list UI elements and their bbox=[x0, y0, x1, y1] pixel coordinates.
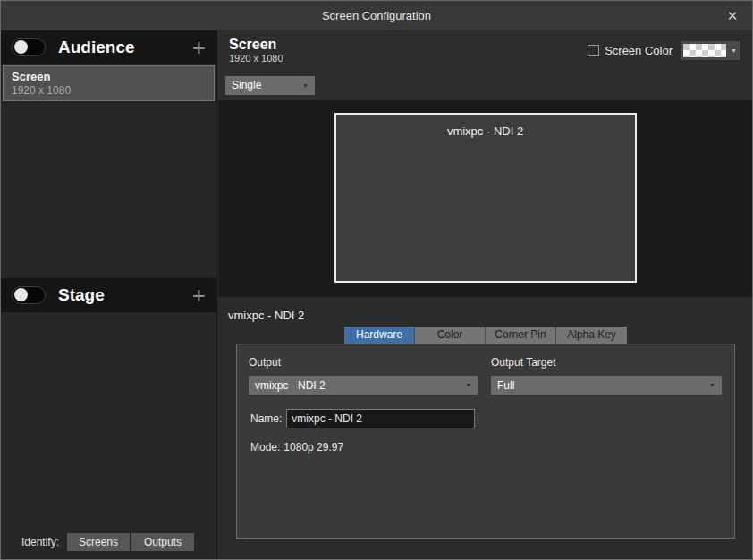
stage-toggle[interactable] bbox=[12, 286, 46, 304]
toggle-knob bbox=[14, 40, 28, 54]
identify-label: Identify: bbox=[21, 536, 59, 548]
name-input[interactable] bbox=[286, 409, 475, 428]
panel-title: vmixpc - NDI 2 bbox=[228, 309, 304, 322]
chevron-down-icon: ▼ bbox=[709, 382, 715, 388]
chevron-down-icon: ▼ bbox=[465, 382, 471, 388]
preview-area: vmixpc - NDI 2 bbox=[218, 100, 752, 297]
output-value: vmixpc - NDI 2 bbox=[255, 379, 326, 392]
output-dropdown[interactable]: vmixpc - NDI 2 ▼ bbox=[249, 376, 478, 395]
window-title: Screen Configuration bbox=[322, 9, 431, 22]
toggle-knob bbox=[14, 288, 28, 301]
screen-item-resolution: 1920 x 1080 bbox=[12, 84, 206, 97]
stage-section-header: Stage + bbox=[1, 278, 216, 312]
main-header: Screen 1920 x 1080 Screen Color ▼ bbox=[218, 30, 752, 70]
output-target-label: Output Target bbox=[491, 356, 722, 369]
identify-screens-button[interactable]: Screens bbox=[67, 533, 130, 551]
tab-alpha-key[interactable]: Alpha Key bbox=[556, 327, 627, 344]
output-label: Output bbox=[249, 356, 478, 369]
name-label: Name: bbox=[250, 412, 282, 425]
main-area: Screen 1920 x 1080 Screen Color ▼ Single… bbox=[218, 30, 752, 559]
layout-mode-dropdown[interactable]: Single ▼ bbox=[225, 76, 315, 95]
screen-preview[interactable]: vmixpc - NDI 2 bbox=[334, 113, 637, 283]
screen-header: Screen 1920 x 1080 bbox=[229, 37, 283, 64]
tab-corner-pin[interactable]: Corner Pin bbox=[486, 327, 556, 344]
mode-row: Mode:1080p 29.97 bbox=[249, 441, 478, 454]
mode-label: Mode: bbox=[250, 441, 280, 454]
layout-mode-value: Single bbox=[232, 79, 261, 91]
add-stage-screen-icon[interactable]: + bbox=[192, 286, 206, 304]
settings-tabs: Hardware Color Corner Pin Alpha Key bbox=[344, 327, 627, 344]
name-row: Name: bbox=[249, 409, 478, 428]
stage-label: Stage bbox=[58, 285, 192, 305]
output-target-dropdown[interactable]: Full ▼ bbox=[491, 376, 722, 395]
screen-color-controls: Screen Color ▼ bbox=[588, 40, 741, 61]
output-target-value: Full bbox=[497, 379, 514, 392]
preview-output-label: vmixpc - NDI 2 bbox=[447, 124, 523, 138]
hardware-group-box: Output vmixpc - NDI 2 ▼ Name: Mode:1080p… bbox=[236, 344, 735, 539]
audience-label: Audience bbox=[58, 38, 192, 57]
screen-item-title: Screen bbox=[12, 70, 206, 83]
audience-toggle[interactable] bbox=[12, 38, 46, 56]
mode-value: 1080p 29.97 bbox=[283, 441, 343, 454]
page-title: Screen bbox=[229, 37, 283, 53]
output-target-column: Output Target Full ▼ bbox=[491, 356, 722, 395]
tab-color[interactable]: Color bbox=[415, 327, 486, 344]
screen-configuration-window: Screen Configuration ✕ Audience + Screen… bbox=[0, 0, 753, 560]
screen-color-label: Screen Color bbox=[605, 44, 673, 57]
close-icon[interactable]: ✕ bbox=[722, 5, 743, 27]
screen-color-dropdown[interactable]: ▼ bbox=[680, 40, 741, 61]
output-column: Output vmixpc - NDI 2 ▼ Name: Mode:1080p… bbox=[249, 356, 478, 454]
chevron-down-icon: ▼ bbox=[731, 47, 737, 54]
sidebar-item-screen[interactable]: Screen 1920 x 1080 bbox=[3, 65, 215, 101]
transparent-color-swatch bbox=[683, 44, 726, 57]
screen-color-checkbox[interactable] bbox=[588, 45, 599, 56]
sidebar: Audience + Screen 1920 x 1080 Stage + Id… bbox=[1, 30, 217, 559]
audience-section-header: Audience + bbox=[1, 30, 216, 64]
output-settings-panel: vmixpc - NDI 2 Hardware Color Corner Pin… bbox=[218, 297, 752, 559]
add-audience-screen-icon[interactable]: + bbox=[192, 38, 206, 56]
tab-hardware[interactable]: Hardware bbox=[344, 327, 415, 344]
identify-row: Identify: Screens Outputs bbox=[1, 533, 216, 551]
page-resolution: 1920 x 1080 bbox=[229, 53, 283, 64]
chevron-down-icon: ▼ bbox=[302, 82, 309, 89]
title-bar: Screen Configuration ✕ bbox=[1, 1, 752, 30]
identify-outputs-button[interactable]: Outputs bbox=[131, 533, 194, 551]
layout-mode-row: Single ▼ bbox=[218, 70, 752, 100]
